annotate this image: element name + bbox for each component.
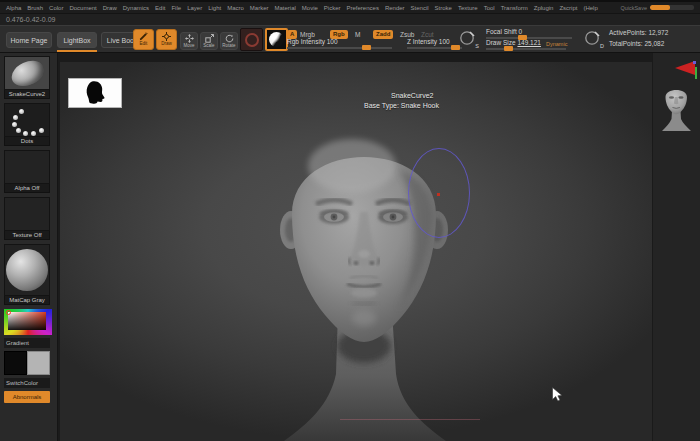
draw-label: Draw (161, 42, 172, 47)
mouse-cursor-icon (552, 387, 563, 402)
menu-color[interactable]: Color (49, 5, 63, 11)
dots-thumbnail[interactable] (4, 103, 50, 137)
abnormals-button[interactable]: Abnormals (4, 391, 50, 403)
stroke-preview-icon (245, 33, 259, 47)
move-label: Move (183, 44, 194, 49)
brush-tooltip-title: SnakeCurve2 (364, 92, 439, 99)
head-silhouette-icon (83, 80, 107, 106)
switch-color-button[interactable]: SwitchColor (4, 378, 50, 388)
matcap-gray-label: MatCap Gray (4, 296, 50, 305)
move-mode-button[interactable]: Move (180, 32, 198, 50)
color-picker-cursor (6, 310, 11, 315)
brush-tooltip-subtitle: Base Type: Snake Hook (364, 102, 439, 109)
menubar: AlphaBrushColorDocumentDrawDynamicsEditF… (0, 2, 700, 13)
draw-size-handle[interactable] (504, 46, 513, 51)
texture-off-item: Texture Off (4, 197, 52, 240)
draw-mode-button[interactable]: Draw (156, 29, 177, 50)
menu-document[interactable]: Document (69, 5, 96, 11)
scale-icon (205, 34, 214, 43)
secondary-color-swatch[interactable] (27, 351, 50, 375)
stroke-dot-icon (12, 122, 17, 127)
stroke-dot-icon (31, 131, 36, 136)
matcap-gray-thumbnail[interactable] (4, 244, 50, 296)
current-brush-button[interactable] (265, 28, 288, 51)
rgb-intensity-label: Rgb Intensity (287, 38, 325, 45)
menu-picker[interactable]: Picker (324, 5, 341, 11)
menu-edit[interactable]: Edit (155, 5, 165, 11)
quicksave-progress[interactable] (650, 5, 694, 10)
color-picker-sv-square[interactable] (8, 312, 46, 330)
menu-material[interactable]: Material (275, 5, 296, 11)
menu-transform[interactable]: Transform (501, 5, 528, 11)
move-icon (185, 34, 194, 43)
dots-item: Dots (4, 103, 52, 146)
rgb-intensity-value: 100 (327, 38, 338, 45)
brush-tooltip: SnakeCurve2 Base Type: Snake Hook (364, 92, 439, 109)
menu-zplugin[interactable]: Zplugin (534, 5, 554, 11)
menu-macro[interactable]: Macro (227, 5, 244, 11)
dial-s-control[interactable]: S (459, 29, 479, 49)
home-page-button[interactable]: Home Page (6, 32, 52, 48)
menu-brush[interactable]: Brush (27, 5, 43, 11)
stroke-dot-icon (16, 128, 21, 133)
menu-draw[interactable]: Draw (103, 5, 117, 11)
menu-help[interactable]: (Help (583, 5, 597, 11)
stroke-dot-icon (13, 115, 18, 120)
dial-d-letter: D (600, 43, 604, 49)
edit-mode-button[interactable]: Edit (133, 29, 154, 50)
menu-dynamics[interactable]: Dynamics (123, 5, 149, 11)
color-swatches (4, 351, 50, 375)
menu-tool[interactable]: Tool (484, 5, 495, 11)
edit-label: Edit (140, 42, 148, 47)
menu-texture[interactable]: Texture (458, 5, 478, 11)
dial-d-control[interactable]: D (584, 29, 604, 49)
document-thumbnail[interactable] (68, 78, 122, 108)
stroke-preview-button[interactable] (240, 28, 263, 51)
menu-light[interactable]: Light (208, 5, 221, 11)
rotate-label: Rotate (222, 44, 235, 49)
texture-off-thumbnail[interactable] (4, 197, 50, 231)
menu-stroke[interactable]: Stroke (435, 5, 452, 11)
left-shelf: SnakeCurve2DotsAlpha OffTexture OffMatCa… (0, 53, 58, 441)
menu-layer[interactable]: Layer (187, 5, 202, 11)
alpha-off-thumbnail[interactable] (4, 150, 50, 184)
z-intensity-slider[interactable]: Z Intensity 100 (407, 38, 462, 51)
matcap-gray-item: MatCap Gray (4, 244, 52, 305)
menu-file[interactable]: File (171, 5, 181, 11)
scale-label: Scale (203, 44, 214, 49)
rotate-icon (225, 34, 234, 43)
menu-marker[interactable]: Marker (250, 5, 269, 11)
lightbox-button[interactable]: LightBox (57, 32, 97, 48)
gradient-button[interactable]: Gradient (4, 338, 50, 348)
dial-s-letter: S (475, 43, 479, 49)
brush-cursor-center-dot (437, 193, 440, 196)
rotate-mode-button[interactable]: Rotate (220, 32, 238, 50)
snakecurve2-thumbnail[interactable] (4, 56, 50, 90)
brush-ball-icon (269, 32, 284, 47)
active-points-readout: ActivePoints: 12,972 (609, 29, 668, 36)
rgb-intensity-handle[interactable] (362, 45, 371, 50)
menu-alpha[interactable]: Alpha (6, 5, 21, 11)
color-picker[interactable] (4, 309, 52, 335)
dynamic-toggle[interactable]: Dynamic (546, 41, 567, 47)
menu-movie[interactable]: Movie (302, 5, 318, 11)
z-intensity-value: 100 (439, 38, 450, 45)
z-intensity-label: Z Intensity (407, 38, 437, 45)
menu-preferences[interactable]: Preferences (347, 5, 379, 11)
menu-stencil[interactable]: Stencil (411, 5, 429, 11)
quicksave-group: QuickSave (620, 5, 694, 11)
menu-render[interactable]: Render (385, 5, 405, 11)
menu-zscript[interactable]: Zscript (559, 5, 577, 11)
dots-label: Dots (4, 137, 50, 146)
rgb-intensity-slider[interactable]: Rgb Intensity 100 (287, 38, 392, 51)
main-color-swatch[interactable] (4, 351, 27, 375)
zbrush-window: AlphaBrushColorDocumentDrawDynamicsEditF… (0, 0, 700, 441)
axis-green-tick (695, 67, 697, 79)
document-canvas[interactable]: SnakeCurve2 Base Type: Snake Hook (60, 62, 652, 441)
scale-mode-button[interactable]: Scale (200, 32, 218, 50)
tool-preview-thumbnail[interactable] (658, 83, 695, 131)
dial-s-icon (459, 29, 477, 47)
top-shelf-toolbar: Home Page LightBox Live Boolean Edit Dra… (0, 25, 700, 53)
snakecurve2-item: SnakeCurve2 (4, 56, 52, 99)
alpha-off-item: Alpha Off (4, 150, 52, 193)
